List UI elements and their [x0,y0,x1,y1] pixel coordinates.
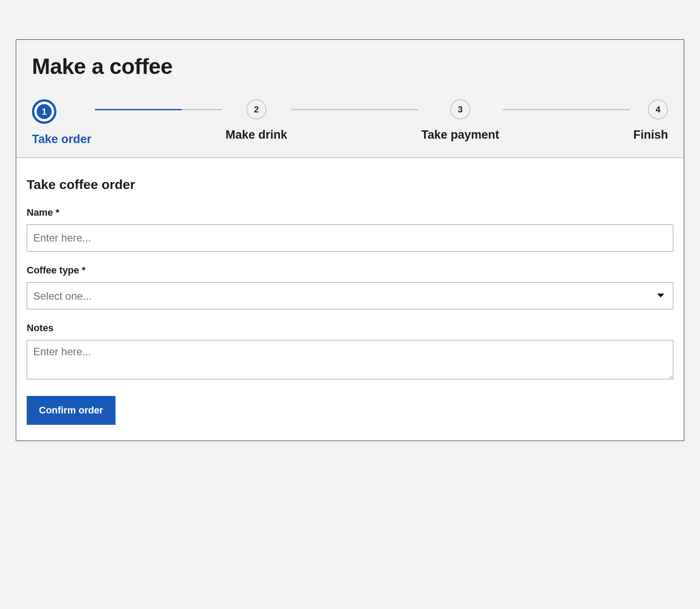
notes-label: Notes [27,322,673,334]
name-label: Name * [27,207,673,218]
step-connector [95,109,222,110]
field-name: Name * [27,207,673,252]
notes-input[interactable] [27,340,673,379]
step-number-badge: 4 [648,99,668,119]
step-number-badge: 1 [32,99,56,124]
step-number-badge: 3 [450,99,470,119]
wizard-header: Make a coffee 1 Take order 2 Make drink … [16,40,684,158]
field-coffee-type: Coffee type * Select one... [27,265,673,309]
step-take-order[interactable]: 1 Take order [32,99,91,146]
step-connector [503,109,630,110]
step-finish[interactable]: 4 Finish [634,99,668,142]
name-input[interactable] [27,224,673,252]
wizard-card: Make a coffee 1 Take order 2 Make drink … [16,39,684,441]
field-notes: Notes [27,322,673,381]
confirm-order-button[interactable]: Confirm order [27,396,116,425]
coffee-type-label: Coffee type * [27,265,673,276]
step-connector [291,109,418,110]
step-label: Take payment [421,128,499,142]
step-label: Take order [32,133,91,146]
wizard-body: Take coffee order Name * Coffee type * S… [16,158,684,441]
coffee-type-select[interactable]: Select one... [27,282,673,309]
step-label: Make drink [226,128,287,142]
step-take-payment[interactable]: 3 Take payment [421,99,499,142]
step-number-badge: 2 [246,99,266,119]
section-title: Take coffee order [27,177,673,192]
coffee-type-select-wrap: Select one... [27,282,673,309]
stepper: 1 Take order 2 Make drink 3 Take payment… [32,99,668,158]
step-make-drink[interactable]: 2 Make drink [226,99,287,142]
step-label: Finish [634,128,668,142]
page-title: Make a coffee [32,54,668,79]
